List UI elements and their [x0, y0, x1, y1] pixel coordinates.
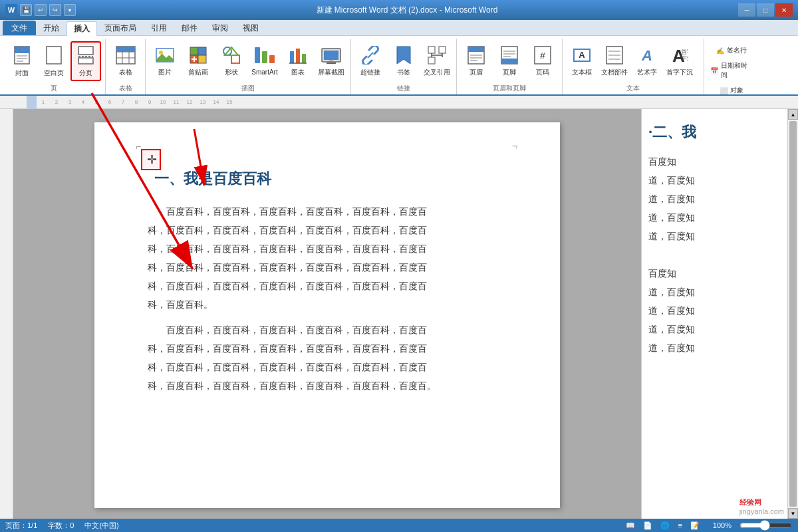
maximize-btn[interactable]: □	[757, 3, 774, 17]
scroll-thumb[interactable]	[789, 121, 797, 507]
cursor-cross: ✛	[145, 153, 158, 166]
tab-references[interactable]: 引用	[144, 21, 174, 35]
watermark: 经验网 jingyanla.com	[739, 497, 784, 515]
signline-btn[interactable]: ✍ 签名行	[708, 41, 755, 60]
vertical-ruler	[0, 109, 13, 519]
right-line-8: 道，百度知	[648, 305, 695, 316]
ribbon-group-table: 表格 表格	[106, 39, 146, 94]
links-group-content: 超链接 书签	[355, 39, 452, 82]
document-paragraph-1[interactable]: 百度百科，百度百科，百度百科，百度百科，百度百科，百度百科，百度百科，百度百科，…	[148, 202, 507, 314]
right-line-7: 道，百度知	[648, 287, 695, 297]
svg-text:A: A	[641, 47, 652, 64]
datetime-btn[interactable]: 📅 日期和时间	[708, 61, 755, 80]
clipart-btn[interactable]: 剪贴画	[183, 41, 213, 81]
pagenum-btn[interactable]: # 页码	[527, 41, 558, 81]
illustrations-group-content: 图片 剪贴画	[150, 39, 346, 82]
chart-label: 图表	[291, 68, 305, 76]
crossref-btn[interactable]: 交叉引用	[422, 41, 452, 81]
undo-quick-btn[interactable]: ↩	[35, 4, 47, 16]
view-draft-icon[interactable]: 📝	[690, 521, 700, 530]
object-label: 对象	[730, 86, 743, 95]
view-web-icon[interactable]: 🌐	[660, 521, 670, 530]
svg-rect-38	[329, 61, 333, 63]
blank-page-btn[interactable]: 空白页	[39, 41, 69, 81]
close-btn[interactable]: ✕	[775, 3, 793, 17]
view-page-icon[interactable]: 📄	[643, 521, 652, 530]
ribbon-content: 封面 空白页 分页	[0, 36, 798, 96]
header-label: 页眉	[469, 68, 483, 76]
view-read-icon[interactable]: 📖	[626, 521, 635, 530]
shapes-label: 形状	[225, 68, 238, 76]
header-btn[interactable]: 页眉	[461, 41, 491, 81]
titlebar: W 💾 ↩ ↪ ▼ 新建 Microsoft Word 文档 (2).docx …	[0, 0, 798, 20]
hyperlink-label: 超链接	[360, 68, 380, 76]
window-controls: ─ □ ✕	[738, 3, 793, 17]
document-area[interactable]: ⌐ ¬ ✛ 一、我是百度百科 百度百科，百度百科，百度百科，百度百科，百度百科，…	[13, 109, 641, 519]
customize-quick-btn[interactable]: ▼	[64, 4, 76, 16]
minimize-btn[interactable]: ─	[738, 3, 755, 17]
wordart-btn[interactable]: A 艺术字	[632, 41, 662, 81]
links-group-label: 链接	[355, 82, 452, 94]
ruler-marks: 1 2 3 4 5 6 7 8 9 10 11 12 13 14 15	[37, 96, 236, 109]
right-line-3: 道，百度知	[648, 194, 695, 204]
chart-icon	[289, 46, 307, 67]
shapes-btn[interactable]: 形状	[216, 41, 247, 81]
document-heading[interactable]: 一、我是百度百科	[148, 169, 507, 189]
zoom-slider[interactable]	[739, 522, 793, 529]
hyperlink-btn[interactable]: 超链接	[355, 41, 386, 81]
docparts-label: 文档部件	[601, 68, 628, 76]
right-line-9: 道，百度知	[648, 324, 695, 334]
ribbon-tab-bar: 文件 开始 插入 页面布局 引用 邮件 审阅 视图	[0, 20, 798, 36]
smartart-btn[interactable]: SmartArt	[249, 41, 280, 81]
tab-file[interactable]: 文件	[3, 21, 36, 35]
cover-page-btn[interactable]: 封面	[7, 41, 37, 81]
right-panel-heading: ·二、我	[648, 122, 781, 142]
svg-rect-34	[302, 54, 306, 63]
redo-quick-btn[interactable]: ↪	[49, 4, 61, 16]
main-area: ⌐ ¬ ✛ 一、我是百度百科 百度百科，百度百科，百度百科，百度百科，百度百科，…	[0, 109, 798, 519]
tab-view[interactable]: 视图	[235, 21, 266, 35]
page-break-btn[interactable]: 分页	[70, 41, 101, 81]
save-quick-btn[interactable]: 💾	[20, 4, 32, 16]
bookmark-btn[interactable]: 书签	[388, 41, 419, 81]
screenshot-btn[interactable]: 屏幕截图	[316, 41, 346, 81]
dropcap-btn[interactable]: A 首字 下沉 首字下沉	[664, 41, 695, 81]
header-footer-group-content: 页眉 页脚 #	[461, 39, 558, 82]
chart-btn[interactable]: 图表	[283, 41, 313, 81]
window-title: 新建 Microsoft Word 文档 (2).docx - Microsof…	[76, 5, 738, 16]
svg-point-18	[159, 51, 163, 55]
footer-icon	[501, 46, 518, 67]
tab-insert[interactable]: 插入	[66, 21, 97, 36]
textbox-btn[interactable]: A 文本框	[567, 41, 597, 81]
header-icon	[467, 46, 485, 67]
vertical-scrollbar[interactable]: ▲ ▼	[787, 109, 798, 519]
image-btn[interactable]: 图片	[150, 41, 180, 81]
view-outline-icon[interactable]: ≡	[678, 521, 682, 529]
hyperlink-icon	[361, 46, 380, 67]
image-label: 图片	[158, 68, 172, 76]
svg-rect-49	[468, 47, 484, 52]
document-page[interactable]: ⌐ ¬ ✛ 一、我是百度百科 百度百科，百度百科，百度百科，百度百科，百度百科，…	[94, 122, 560, 508]
docparts-btn[interactable]: 文档部件	[599, 41, 630, 81]
document-paragraph-2[interactable]: 百度百科，百度百科，百度百科，百度百科，百度百科，百度百科，百度百科，百度百科，…	[148, 321, 507, 395]
svg-rect-44	[428, 57, 435, 64]
signline-icon: ✍	[716, 47, 724, 55]
clipart-icon	[189, 46, 207, 67]
right-line-2: 道，百度知	[648, 175, 695, 186]
svg-rect-31	[269, 55, 275, 63]
tab-mailings[interactable]: 邮件	[174, 21, 205, 35]
tab-home[interactable]: 开始	[36, 21, 66, 35]
tab-review[interactable]: 审阅	[205, 21, 235, 35]
cover-icon	[13, 45, 31, 68]
table-btn[interactable]: 表格	[110, 41, 141, 81]
ribbon-group-illustrations: 图片 剪贴画	[146, 39, 351, 94]
footer-btn[interactable]: 页脚	[494, 41, 525, 81]
tab-page-layout[interactable]: 页面布局	[97, 21, 144, 35]
scroll-down-btn[interactable]: ▼	[788, 508, 798, 519]
scroll-up-btn[interactable]: ▲	[788, 109, 798, 120]
watermark-site: 经验网	[739, 497, 784, 507]
svg-line-40	[368, 53, 373, 58]
blank-icon	[45, 45, 63, 68]
smartart-icon	[254, 46, 275, 67]
status-words: 字数：0	[48, 521, 74, 531]
